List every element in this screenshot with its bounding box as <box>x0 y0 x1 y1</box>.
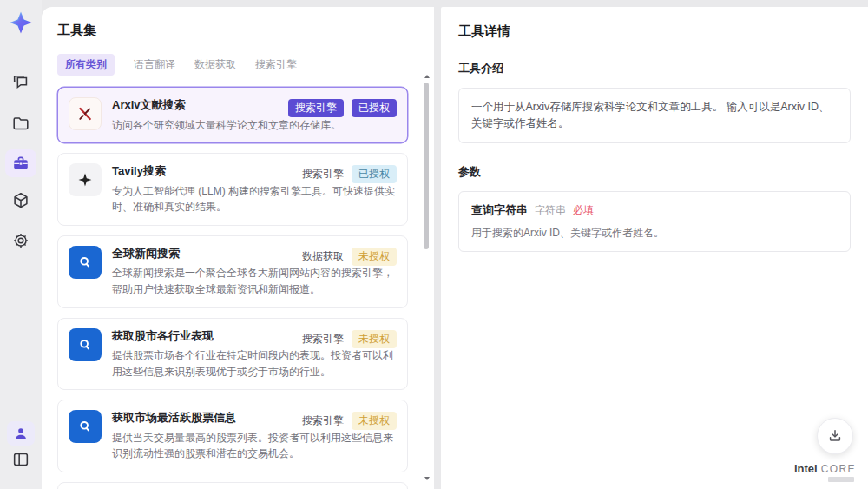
folder-icon <box>11 114 30 133</box>
list-scrollbar[interactable] <box>423 75 431 480</box>
tool-card-global-news[interactable]: 全球新闻搜索 全球新闻搜索是一个聚合全球各大新闻网站内容的搜索引擎，帮助用户快速… <box>57 235 408 308</box>
core-wordmark: CORE <box>821 463 856 475</box>
parameter-box: 查询字符串 字符串 必填 用于搜索的Arxiv ID、关键字或作者姓名。 <box>458 191 851 252</box>
tool-card-active-stocks[interactable]: 获取市场最活跃股票信息 提供当天交易量最高的股票列表。投资者可以利用这些信息来识… <box>57 400 408 472</box>
search-app-icon <box>69 410 102 443</box>
tool-description: 访问各个研究领域大量科学论文和文章的存储库。 <box>112 117 397 134</box>
sidebar <box>0 0 42 489</box>
tool-intro-box: 一个用于从Arxiv存储库搜索科学论文和文章的工具。 输入可以是Arxiv ID… <box>458 88 851 143</box>
category-label: 搜索引擎 <box>302 413 344 428</box>
auth-badge: 已授权 <box>352 99 397 117</box>
details-title: 工具详情 <box>458 23 851 40</box>
tool-badges: 数据获取 未授权 <box>302 248 397 266</box>
tool-card-arxiv[interactable]: Arxiv文献搜索 访问各个研究领域大量科学论文和文章的存储库。 搜索引擎 已授… <box>57 87 408 143</box>
intel-wordmark: intel <box>794 462 818 475</box>
tool-description: 全球新闻搜索是一个聚合全球各大新闻网站内容的搜索引擎，帮助用户快速获取全球最新资… <box>112 265 397 297</box>
search-app-icon <box>69 246 102 279</box>
auth-badge: 未授权 <box>352 248 397 266</box>
tool-description: 提供当天交易量最高的股票列表。投资者可以利用这些信息来识别流动性强的股票和潜在的… <box>112 430 397 462</box>
parameter-type: 字符串 <box>535 203 566 218</box>
sidebar-item-tools[interactable] <box>5 149 36 177</box>
tool-badges: 搜索引擎 已授权 <box>302 165 397 183</box>
parameter-name: 查询字符串 <box>471 202 528 218</box>
tab-language-translation[interactable]: 语言翻译 <box>134 57 175 72</box>
sidebar-item-models[interactable] <box>10 190 31 211</box>
params-heading: 参数 <box>458 164 851 180</box>
sidebar-item-chat[interactable] <box>10 72 31 93</box>
auth-badge: 未授权 <box>352 330 397 348</box>
auth-badge: 已授权 <box>352 165 397 183</box>
panel-icon <box>11 450 30 469</box>
category-label: 数据获取 <box>302 249 344 264</box>
sparkle-star-icon <box>69 163 102 196</box>
tool-description: 提供股票市场各个行业在特定时间段内的表现。投资者可以利用这些信息来识别表现优于或… <box>112 347 397 380</box>
scrollbar-thumb[interactable] <box>424 83 429 249</box>
arxiv-logo-icon <box>69 97 102 130</box>
scroll-up-arrow[interactable] <box>424 75 430 78</box>
tab-data-fetch[interactable]: 数据获取 <box>194 57 236 72</box>
tool-list-panel: 工具集 所有类别 语言翻译 数据获取 搜索引擎 Arxiv文献搜索 访问各个研究… <box>42 7 434 489</box>
intel-core-logo: intel CORE <box>794 462 856 475</box>
scroll-down-arrow[interactable] <box>424 477 430 480</box>
user-icon <box>12 425 30 442</box>
category-badge: 搜索引擎 <box>288 99 344 117</box>
tool-badges: 搜索引擎 未授权 <box>302 412 397 430</box>
parameter-description: 用于搜索的Arxiv ID、关键字或作者姓名。 <box>471 226 838 241</box>
parameter-required-flag: 必填 <box>573 203 594 218</box>
tool-card-regional-news[interactable]: 万维地区新闻查询 查询具体行政区划内的新闻，快速了解各地新闻动态 搜索引擎 未授… <box>57 482 408 489</box>
tool-card-sector-performance[interactable]: 获取股市各行业表现 提供股票市场各个行业在特定时间段内的表现。投资者可以利用这些… <box>57 318 408 391</box>
sidebar-item-account[interactable] <box>7 421 35 446</box>
download-button[interactable] <box>817 418 853 454</box>
sidebar-item-settings[interactable] <box>10 230 31 251</box>
sparkle-logo-icon <box>9 10 33 35</box>
category-label: 搜索引擎 <box>302 167 344 182</box>
sidebar-collapse-toggle[interactable] <box>10 449 31 470</box>
brand-subtext-decoration <box>828 477 854 482</box>
app-logo[interactable] <box>9 10 33 35</box>
category-tabs: 所有类别 语言翻译 数据获取 搜索引擎 <box>57 54 422 76</box>
category-label: 搜索引擎 <box>302 332 344 347</box>
tool-details-panel: 工具详情 工具介绍 一个用于从Arxiv存储库搜索科学论文和文章的工具。 输入可… <box>441 7 868 489</box>
cube-icon <box>11 191 30 210</box>
tool-card-tavily[interactable]: Tavily搜索 专为人工智能代理 (LLM) 构建的搜索引擎工具。可快速提供实… <box>57 153 408 226</box>
tool-description: 专为人工智能代理 (LLM) 构建的搜索引擎工具。可快速提供实时、准确和真实的结… <box>112 183 397 215</box>
auth-badge: 未授权 <box>352 412 397 430</box>
tool-card-list: Arxiv文献搜索 访问各个研究领域大量科学论文和文章的存储库。 搜索引擎 已授… <box>57 87 422 489</box>
page-title: 工具集 <box>57 23 422 39</box>
chat-icon <box>11 73 30 92</box>
tool-badges: 搜索引擎 未授权 <box>302 330 397 348</box>
tool-badges: 搜索引擎 已授权 <box>288 99 397 117</box>
tab-search-engine[interactable]: 搜索引擎 <box>255 57 297 72</box>
gear-icon <box>11 231 30 250</box>
search-app-icon <box>69 328 102 361</box>
download-icon <box>826 427 844 445</box>
intro-heading: 工具介绍 <box>458 61 851 76</box>
sidebar-item-files[interactable] <box>10 113 31 134</box>
briefcase-icon <box>11 154 30 173</box>
parameter-header: 查询字符串 字符串 必填 <box>471 202 838 218</box>
tab-all-categories[interactable]: 所有类别 <box>57 54 115 76</box>
